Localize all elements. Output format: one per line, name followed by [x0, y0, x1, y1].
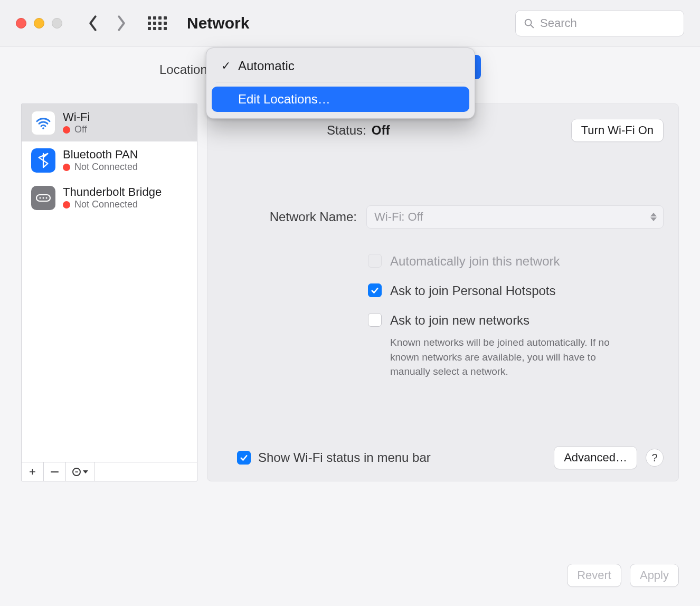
- sidebar-item-thunderbolt-bridge[interactable]: Thunderbolt Bridge Not Connected: [22, 179, 197, 216]
- add-interface-button[interactable]: +: [22, 462, 44, 481]
- ask-new-networks-checkbox[interactable]: [368, 313, 382, 327]
- location-label: Location:: [159, 62, 211, 77]
- svg-point-0: [525, 19, 532, 25]
- bluetooth-icon: [31, 148, 55, 173]
- search-field[interactable]: [515, 10, 684, 36]
- ask-new-networks-help: Known networks will be joined automatica…: [390, 335, 633, 379]
- close-window-button[interactable]: [16, 18, 26, 29]
- page-footer: Revert Apply: [567, 564, 679, 587]
- ask-hotspots-checkbox[interactable]: [368, 283, 382, 297]
- checkmark-icon: ✓: [220, 59, 232, 73]
- forward-button: [111, 13, 132, 34]
- sidebar-item-status: Not Connected: [63, 199, 162, 210]
- turn-wifi-on-button[interactable]: Turn Wi-Fi On: [571, 119, 664, 142]
- location-option-label: Automatic: [238, 59, 295, 73]
- apply-button: Apply: [630, 564, 679, 587]
- show-menubar-label: Show Wi-Fi status in menu bar: [258, 450, 431, 465]
- svg-point-4: [40, 197, 41, 198]
- sidebar-item-name: Bluetooth PAN: [63, 148, 138, 162]
- sidebar-footer: + −: [22, 462, 197, 481]
- back-button[interactable]: [82, 13, 103, 34]
- svg-point-6: [46, 197, 48, 198]
- auto-join-checkbox: [368, 254, 382, 268]
- interface-actions-button[interactable]: [66, 462, 94, 481]
- status-label: Status:: [327, 123, 366, 138]
- sidebar-item-name: Wi-Fi: [63, 110, 90, 124]
- show-all-prefs-button[interactable]: [147, 13, 168, 34]
- location-option-edit[interactable]: Edit Locations…: [212, 87, 469, 112]
- search-input[interactable]: [540, 16, 676, 30]
- network-name-select[interactable]: Wi-Fi: Off: [366, 205, 664, 229]
- thunderbolt-bridge-icon: [31, 186, 55, 210]
- sidebar-item-status: Off: [63, 124, 90, 135]
- network-name-label: Network Name:: [222, 210, 357, 224]
- svg-point-2: [42, 127, 44, 129]
- help-button[interactable]: ?: [646, 449, 664, 467]
- titlebar: Network: [0, 0, 700, 46]
- status-dot-icon: [63, 126, 70, 134]
- location-option-automatic[interactable]: ✓ Automatic: [212, 53, 469, 79]
- search-icon: [523, 17, 535, 29]
- sidebar-item-status: Not Connected: [63, 162, 138, 173]
- updown-chevron-icon: [650, 213, 657, 221]
- window-controls: [16, 18, 62, 29]
- status-dot-icon: [63, 201, 70, 209]
- svg-line-1: [531, 25, 534, 27]
- location-popup: ✓ Automatic Edit Locations…: [206, 48, 475, 119]
- location-option-label: Edit Locations…: [238, 92, 330, 107]
- advanced-button[interactable]: Advanced…: [554, 446, 637, 469]
- status-value: Off: [372, 123, 390, 138]
- revert-button: Revert: [567, 564, 621, 587]
- ellipsis-circle-icon: [72, 468, 81, 476]
- minimize-window-button[interactable]: [34, 18, 44, 29]
- window-title: Network: [187, 14, 249, 32]
- chevron-down-icon: [83, 470, 88, 474]
- ask-hotspots-label: Ask to join Personal Hotspots: [390, 283, 556, 298]
- sidebar-item-name: Thunderbolt Bridge: [63, 185, 162, 199]
- main-panel: Status: Off Turn Wi-Fi On Network Name: …: [207, 103, 679, 481]
- show-menubar-checkbox[interactable]: [237, 451, 251, 465]
- interface-list: Wi-Fi Off Bluetooth PAN Not Connected: [22, 104, 197, 462]
- status-dot-icon: [63, 164, 70, 171]
- menu-separator: [216, 82, 465, 82]
- remove-interface-button[interactable]: −: [44, 462, 66, 481]
- content: Location: ✓ Automatic Edit Locations… Wi…: [0, 46, 700, 606]
- ask-new-networks-label: Ask to join new networks: [390, 313, 529, 328]
- sidebar-item-bluetooth-pan[interactable]: Bluetooth PAN Not Connected: [22, 141, 197, 179]
- auto-join-label: Automatically join this network: [390, 254, 560, 269]
- zoom-window-button: [52, 18, 62, 29]
- network-name-value: Wi-Fi: Off: [374, 210, 423, 224]
- svg-point-5: [43, 197, 44, 198]
- sidebar-item-wifi[interactable]: Wi-Fi Off: [22, 104, 197, 141]
- wifi-icon: [31, 111, 55, 135]
- interface-sidebar: Wi-Fi Off Bluetooth PAN Not Connected: [21, 103, 197, 481]
